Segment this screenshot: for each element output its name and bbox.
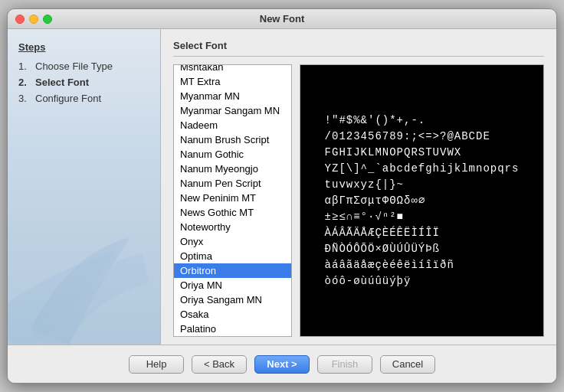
sidebar: Steps 1. Choose File Type 2. Select Font… [8, 29, 161, 345]
traffic-lights [15, 15, 52, 24]
font-list[interactable]: MshtakanMT ExtraMyanmar MNMyanmar Sangam… [173, 64, 292, 337]
finish-button[interactable]: Finish [317, 355, 372, 374]
help-button[interactable]: Help [129, 355, 184, 374]
font-list-item[interactable]: New Peninim MT [174, 191, 291, 205]
font-list-container: MshtakanMT ExtraMyanmar MNMyanmar Sangam… [173, 64, 292, 337]
step-2: 2. Select Font [18, 77, 149, 88]
step-3-num: 3. [18, 93, 32, 104]
font-list-item[interactable]: Onyx [174, 234, 291, 249]
step-2-label: Select Font [35, 77, 89, 88]
window-title: New Font [260, 13, 305, 24]
steps-list: 1. Choose File Type 2. Select Font 3. Co… [18, 60, 149, 104]
step-1: 1. Choose File Type [18, 60, 149, 72]
font-list-item[interactable]: Palatino [174, 322, 291, 336]
font-list-item[interactable]: Oriya Sangam MN [174, 292, 291, 307]
content-area: Steps 1. Choose File Type 2. Select Font… [8, 29, 556, 345]
section-heading: Select Font [173, 40, 544, 57]
font-list-item[interactable]: Nanum Pen Script [174, 176, 291, 191]
step-3-label: Configure Font [35, 93, 101, 104]
font-area: MshtakanMT ExtraMyanmar MNMyanmar Sangam… [173, 64, 544, 337]
font-list-item[interactable]: Noteworthy [174, 220, 291, 234]
font-list-item[interactable]: Oriya MN [174, 278, 291, 292]
font-list-item[interactable]: Optima [174, 249, 291, 263]
cancel-button[interactable]: Cancel [380, 355, 435, 374]
font-list-item[interactable]: Myanmar Sangam MN [174, 103, 291, 118]
font-list-item[interactable]: Myanmar MN [174, 89, 291, 103]
font-list-item[interactable]: Nanum Myeongjo [174, 162, 291, 176]
main-panel: Select Font MshtakanMT ExtraMyanmar MNMy… [161, 29, 556, 345]
maximize-button[interactable] [43, 15, 52, 24]
main-window: New Font Steps 1. Choose File Type 2. Se… [7, 8, 557, 384]
font-list-item[interactable]: Nanum Brush Script [174, 132, 291, 147]
minimize-button[interactable] [29, 15, 38, 24]
back-button[interactable]: < Back [192, 355, 247, 374]
font-list-item[interactable]: Nanum Gothic [174, 147, 291, 162]
step-2-num: 2. [18, 77, 32, 88]
bottom-bar: Help < Back Next > Finish Cancel [8, 345, 556, 383]
steps-heading: Steps [18, 41, 149, 53]
next-button[interactable]: Next > [254, 355, 310, 374]
font-list-item[interactable]: News Gothic MT [174, 205, 291, 220]
font-preview-text: !"#$%&'()*+,-./0123456789:;<=>?@ABCDEFGH… [325, 113, 520, 289]
step-1-num: 1. [18, 60, 32, 72]
font-list-item[interactable]: Mshtakan [174, 64, 291, 74]
close-button[interactable] [15, 15, 25, 24]
font-list-item[interactable]: MT Extra [174, 74, 291, 89]
font-list-item[interactable]: Osaka [174, 307, 291, 322]
title-bar: New Font [8, 9, 556, 29]
sidebar-decoration [8, 191, 161, 345]
step-3: 3. Configure Font [18, 93, 149, 104]
font-list-item[interactable]: Nadeem [174, 118, 291, 132]
step-1-label: Choose File Type [35, 60, 113, 72]
font-list-item[interactable]: Orbitron [174, 263, 291, 278]
font-preview: !"#$%&'()*+,-./0123456789:;<=>?@ABCDEFGH… [300, 64, 544, 337]
